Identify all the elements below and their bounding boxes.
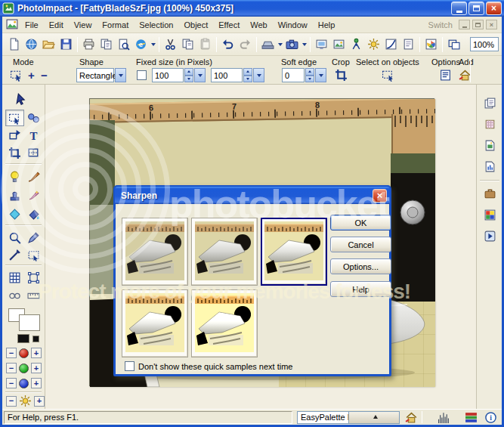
fixed-width-spinner[interactable]	[184, 68, 193, 82]
image-browse-icon[interactable]	[330, 36, 348, 53]
frame-icon[interactable]	[24, 269, 43, 286]
green-minus-button[interactable]: −	[6, 363, 17, 373]
menu-selection[interactable]: Selection	[134, 19, 178, 31]
add-to-easypalette-icon[interactable]	[456, 67, 474, 83]
quick-command-icon[interactable]	[400, 36, 417, 53]
undo-icon[interactable]	[219, 36, 237, 53]
eraser-tool-icon[interactable]	[5, 206, 24, 222]
document-system-icon[interactable]	[5, 17, 20, 32]
eyedropper-tool-icon[interactable]	[24, 229, 43, 246]
red-minus-button[interactable]: −	[6, 348, 17, 358]
blue-plus-button[interactable]: +	[31, 378, 42, 388]
easypalette-effects-icon[interactable]	[481, 157, 499, 175]
sharpen-sample-2[interactable]	[191, 218, 258, 286]
dont-show-checkbox[interactable]	[125, 361, 135, 371]
easypalette-images-icon[interactable]	[481, 136, 499, 154]
cancel-button[interactable]: Cancel	[330, 237, 391, 252]
lasso-tool-icon[interactable]	[24, 246, 43, 263]
quick-play-icon[interactable]	[481, 227, 499, 245]
color-palette-icon[interactable]	[481, 206, 499, 224]
menu-effect[interactable]: Effect	[213, 19, 245, 31]
black-swatch[interactable]	[17, 334, 29, 343]
menu-view[interactable]: View	[69, 19, 97, 31]
preview-glasses-icon[interactable]	[5, 287, 24, 304]
options-button[interactable]: Options...	[330, 258, 391, 274]
select-on-objects-icon[interactable]	[379, 67, 397, 83]
soft-edge-slider-icon[interactable]	[315, 68, 326, 82]
fixed-height-slider-icon[interactable]	[253, 68, 264, 82]
crop-tool-icon[interactable]	[5, 144, 24, 161]
green-plus-button[interactable]: +	[31, 363, 42, 373]
help-button[interactable]: Help	[330, 281, 391, 297]
mode-subtract-icon[interactable]: −	[38, 69, 51, 82]
menu-file[interactable]: File	[20, 19, 44, 31]
fixed-width-input[interactable]: 100	[152, 68, 184, 82]
easypalette-popup-select[interactable]: EasyPalette Pop-up	[297, 411, 400, 424]
scan-icon[interactable]	[259, 36, 277, 53]
stamp-tool-icon[interactable]	[5, 187, 24, 203]
menu-window[interactable]: Window	[273, 19, 313, 31]
screen-show-icon[interactable]	[313, 36, 330, 53]
fixed-size-checkbox[interactable]	[137, 70, 147, 80]
zoom-level-box[interactable]: 100%	[470, 37, 499, 51]
lighting-tool-icon[interactable]	[5, 168, 24, 184]
sharpen-sample-3-selected[interactable]	[261, 218, 327, 286]
info-icon[interactable]: i	[482, 410, 499, 425]
brightness-icon[interactable]	[365, 36, 382, 53]
sharpen-dialog-close-button[interactable]: ×	[373, 189, 387, 203]
tone-curve-icon[interactable]	[382, 36, 400, 53]
selection-tool-icon[interactable]	[5, 110, 24, 126]
title-bar[interactable]: PhotoImpact - [FattyBladeSzF.jpg (100%) …	[0, 0, 504, 17]
tracing-icon[interactable]	[348, 36, 365, 53]
scan-dropdown[interactable]	[277, 36, 283, 53]
sharpen-sample-5[interactable]	[191, 289, 258, 357]
minimize-button[interactable]	[451, 2, 467, 15]
menu-help[interactable]: Help	[313, 19, 341, 31]
path-tool-icon[interactable]	[24, 110, 43, 126]
sharpen-sample-4[interactable]	[122, 289, 188, 357]
sharpen-sample-1[interactable]	[122, 218, 188, 286]
menu-edit[interactable]: Edit	[44, 19, 69, 31]
new-web-page-icon[interactable]	[23, 36, 40, 53]
web-gallery-icon[interactable]	[422, 36, 440, 53]
selection-mode-icon[interactable]	[7, 67, 25, 83]
menu-web[interactable]: Web	[245, 19, 272, 31]
fixed-width-slider-icon[interactable]	[194, 68, 206, 82]
zoom-tool-icon[interactable]	[5, 229, 24, 246]
ok-button[interactable]: OK	[330, 215, 391, 231]
soft-edge-input[interactable]: 0	[282, 68, 305, 82]
mdi-close-button[interactable]: ×	[486, 20, 497, 29]
brightness-plus-button[interactable]: +	[34, 396, 45, 407]
mode-add-icon[interactable]: +	[25, 69, 38, 82]
shape-select[interactable]: Rectangle	[76, 68, 114, 82]
copy-icon[interactable]	[179, 36, 196, 53]
slice-tool-icon[interactable]	[24, 144, 43, 161]
soft-edge-spinner[interactable]	[305, 68, 314, 82]
print-icon[interactable]	[80, 36, 97, 53]
blue-minus-button[interactable]: −	[6, 378, 17, 388]
histogram-icon[interactable]	[428, 410, 459, 425]
crop-icon[interactable]	[332, 67, 350, 83]
easypalette-toggle-icon[interactable]	[403, 410, 419, 425]
shape-dropdown-icon[interactable]	[115, 68, 126, 82]
browser-dropdown[interactable]	[150, 36, 156, 53]
menu-object[interactable]: Object	[178, 19, 213, 31]
camera-dropdown[interactable]	[301, 36, 308, 53]
image-map-icon[interactable]	[445, 36, 462, 53]
grid-icon[interactable]	[5, 269, 24, 286]
mdi-restore-button[interactable]	[472, 20, 484, 29]
easypalette-galleries-icon[interactable]	[481, 94, 499, 112]
sharpen-dialog-titlebar[interactable]: Sharpen ×	[115, 187, 390, 204]
open-icon[interactable]	[40, 36, 57, 53]
print-preview-icon[interactable]	[115, 36, 132, 53]
cut-icon[interactable]	[162, 36, 179, 53]
save-icon[interactable]	[57, 36, 75, 53]
blue-channel-icon[interactable]	[19, 379, 29, 388]
green-channel-icon[interactable]	[19, 364, 29, 373]
easypalette-textures-icon[interactable]	[481, 115, 499, 133]
browser-preview-icon[interactable]: e	[132, 36, 150, 53]
close-button[interactable]: ×	[486, 2, 502, 15]
options-icon[interactable]	[436, 67, 454, 83]
easypalette-library-icon[interactable]	[481, 184, 499, 203]
line-tool-icon[interactable]	[5, 246, 24, 263]
